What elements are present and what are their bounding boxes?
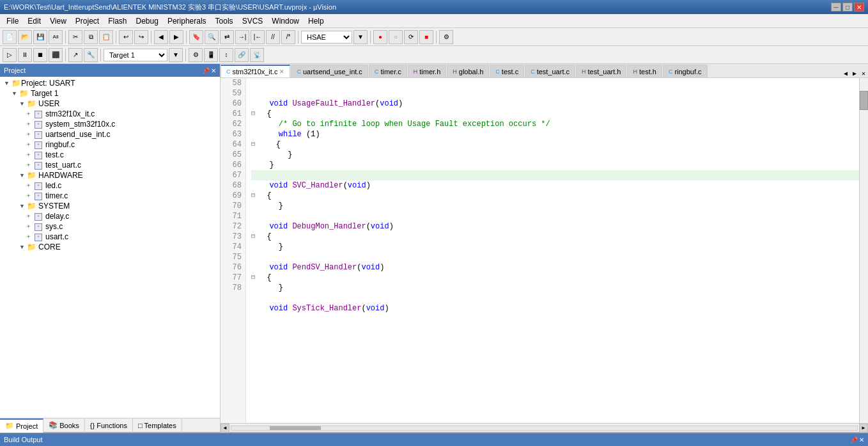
code-line[interactable]: void UsageFault_Handler(void) xyxy=(251,99,859,109)
open-btn[interactable]: 📂 xyxy=(18,30,32,44)
tab-uartsend[interactable]: C uartsend_use_int.c xyxy=(291,65,368,77)
close-panel-icon[interactable]: ✕ xyxy=(211,67,216,74)
expand-icon[interactable]: ▼ xyxy=(19,172,26,179)
menu-edit[interactable]: Edit xyxy=(24,15,45,27)
redo-btn[interactable]: ↪ xyxy=(134,30,148,44)
find-btn[interactable]: 🔍 xyxy=(205,30,219,44)
tree-item[interactable]: ++uartsend_use_int.c xyxy=(1,129,219,139)
tab-functions[interactable]: {} Functions xyxy=(85,418,133,433)
nav-back-btn[interactable]: ◀ xyxy=(154,30,168,44)
tab-templates[interactable]: □ Templates xyxy=(133,418,182,433)
t2-11[interactable]: 📡 xyxy=(250,48,264,62)
tree-item[interactable]: ++led.c xyxy=(1,180,219,191)
code-line[interactable]: void PendSV_Handler(void) xyxy=(251,262,859,273)
tab-scroll-left[interactable]: ◀ xyxy=(841,70,850,77)
fold-marker[interactable]: ⊟ xyxy=(251,139,255,150)
expand-icon[interactable]: ▼ xyxy=(19,203,26,209)
tree-item[interactable]: ++stm32f10x_it.c xyxy=(1,109,219,119)
t2-7[interactable]: ⚙ xyxy=(189,48,203,62)
scroll-right-btn[interactable]: ▶ xyxy=(859,424,868,433)
tab-books[interactable]: 📚 Books xyxy=(43,418,85,433)
bookmark-btn[interactable]: 🔖 xyxy=(189,30,203,44)
build-btn[interactable]: ● xyxy=(373,30,387,44)
expand-icon[interactable]: + xyxy=(27,131,33,138)
code-line[interactable]: } xyxy=(251,283,859,293)
expand-icon[interactable]: ▼ xyxy=(4,80,10,86)
expand-icon[interactable]: + xyxy=(27,182,33,189)
expand-icon[interactable]: + xyxy=(27,213,33,219)
menu-svcs[interactable]: SVCS xyxy=(238,15,267,27)
vertical-scrollbar[interactable] xyxy=(859,78,868,423)
t2-2[interactable]: ⏸ xyxy=(18,48,32,62)
fold-marker[interactable]: ⊟ xyxy=(251,109,255,119)
tab-close-stm32[interactable]: ✕ xyxy=(279,68,284,75)
tree-item[interactable]: ++ringbuf.c xyxy=(1,139,219,150)
tab-ringbuf-c[interactable]: C ringbuf.c xyxy=(663,65,708,77)
menu-help[interactable]: Help xyxy=(304,15,328,27)
close-button[interactable]: ✕ xyxy=(854,3,864,12)
target-config-btn[interactable]: ▼ xyxy=(169,48,183,62)
code-line[interactable] xyxy=(251,170,859,180)
code-line[interactable]: void SVC_Handler(void) xyxy=(251,180,859,191)
t2-9[interactable]: ↕ xyxy=(219,48,233,62)
expand-icon[interactable]: ▼ xyxy=(19,244,26,250)
tree-item[interactable]: ▼📁Target 1 xyxy=(1,88,219,99)
tree-item[interactable]: ++sys.c xyxy=(1,221,219,232)
expand-icon[interactable]: + xyxy=(27,223,33,230)
menu-view[interactable]: View xyxy=(46,15,70,27)
tab-scroll-right[interactable]: ▶ xyxy=(850,70,859,77)
code-line[interactable]: while (1) xyxy=(251,129,859,139)
tree-item[interactable]: ++test_uart.c xyxy=(1,160,219,170)
tree-item[interactable]: ++system_stm32f10x.c xyxy=(1,119,219,129)
comment-btn[interactable]: // xyxy=(266,30,280,44)
minimize-button[interactable]: ─ xyxy=(831,3,841,12)
tab-stm32f10x-it[interactable]: C stm32f10x_it.c ✕ xyxy=(221,65,290,77)
expand-icon[interactable]: + xyxy=(27,234,33,240)
scroll-thumb[interactable] xyxy=(270,426,321,430)
code-line[interactable]: } xyxy=(251,242,859,252)
fold-marker[interactable]: ⊟ xyxy=(251,232,255,242)
save-all-btn[interactable]: All xyxy=(49,30,63,44)
paste-btn[interactable]: 📋 xyxy=(99,30,113,44)
nav-fwd-btn[interactable]: ▶ xyxy=(169,30,183,44)
menu-file[interactable]: File xyxy=(3,15,22,27)
code-line[interactable]: } xyxy=(251,150,859,160)
code-line[interactable]: void DebugMon_Handler(void) xyxy=(251,221,859,232)
scroll-left-btn[interactable]: ◀ xyxy=(221,424,229,433)
code-line[interactable]: ⊟ { xyxy=(251,139,859,150)
tab-test-h[interactable]: H test.h xyxy=(627,65,662,77)
pin-bottom-icon[interactable]: 📌 xyxy=(850,436,858,443)
code-line[interactable]: } xyxy=(251,201,859,211)
search-dropdown[interactable]: HSAE xyxy=(301,31,352,44)
menu-peripherals[interactable]: Peripherals xyxy=(164,15,210,27)
save-btn[interactable]: 💾 xyxy=(33,30,47,44)
new-file-btn[interactable]: 📄 xyxy=(3,30,17,44)
code-line[interactable]: ⊟ { xyxy=(251,191,859,201)
code-content[interactable]: void UsageFault_Handler(void)⊟ { /* Go t… xyxy=(246,78,859,423)
menu-project[interactable]: Project xyxy=(72,15,103,27)
indent-btn[interactable]: →| xyxy=(235,30,249,44)
fold-marker[interactable]: ⊟ xyxy=(251,191,255,201)
menu-tools[interactable]: Tools xyxy=(212,15,237,27)
code-line[interactable]: ⊟ { xyxy=(251,273,859,283)
expand-icon[interactable]: + xyxy=(27,111,33,117)
code-line[interactable]: /* Go to infinite loop when Usage Fault … xyxy=(251,119,859,129)
pin-icon[interactable]: 📌 xyxy=(202,67,210,74)
t2-1[interactable]: ▷ xyxy=(3,48,17,62)
copy-btn[interactable]: ⧉ xyxy=(84,30,98,44)
settings-btn[interactable]: ⚙ xyxy=(439,30,453,44)
build2-btn[interactable]: ○ xyxy=(389,30,403,44)
tab-global-h[interactable]: H global.h xyxy=(447,65,489,77)
horizontal-scrollbar[interactable]: ◀ ▶ xyxy=(221,423,868,432)
expand-icon[interactable]: ▼ xyxy=(12,90,18,97)
t2-3[interactable]: ⏹ xyxy=(33,48,47,62)
expand-icon[interactable]: + xyxy=(27,141,33,148)
code-line[interactable]: ⊟ { xyxy=(251,232,859,242)
t2-6[interactable]: 🔧 xyxy=(84,48,98,62)
menu-debug[interactable]: Debug xyxy=(132,15,162,27)
t2-5[interactable]: ↗ xyxy=(68,48,82,62)
tree-item[interactable]: ++timer.c xyxy=(1,191,219,201)
unindent-btn[interactable]: |← xyxy=(251,30,265,44)
code-line[interactable]: void SysTick_Handler(void) xyxy=(251,303,859,314)
tab-project[interactable]: 📁 Project xyxy=(0,418,43,433)
